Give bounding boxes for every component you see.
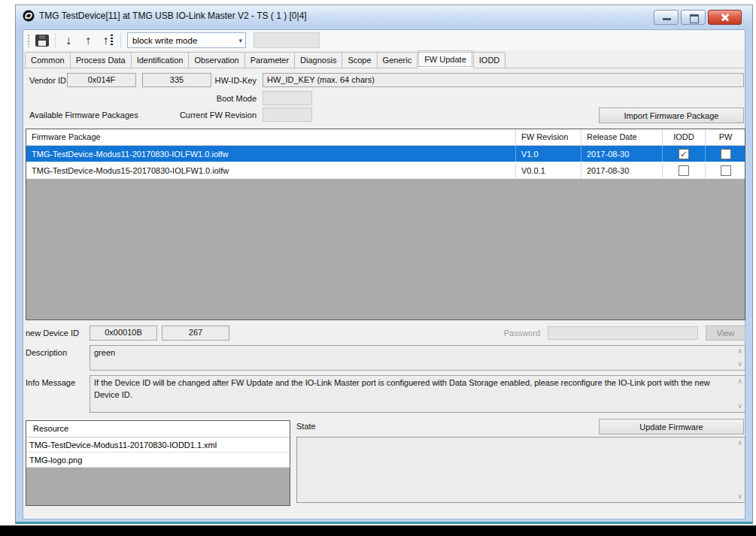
client-area: ↓ ↑ ↑ block write mode ▾ Common <box>23 29 745 519</box>
description-label: Description <box>26 348 67 357</box>
tab-diagnosis[interactable]: Diagnosis <box>294 52 342 68</box>
resource-row[interactable]: TMG-TestDevice-Modus11-20170830-IODD1.1.… <box>26 438 290 453</box>
column-header-release-date[interactable]: Release Date <box>581 129 662 145</box>
tab-common[interactable]: Common <box>25 52 71 68</box>
tab-scope[interactable]: Scope <box>342 52 377 68</box>
download-to-device-button[interactable]: ↓ <box>59 32 78 50</box>
fw-revision-cell: V0.0.1 <box>515 162 581 178</box>
column-header-firmware-package[interactable]: Firmware Package <box>26 129 515 145</box>
iodd-checkbox[interactable]: ✓ <box>679 149 689 159</box>
firmware-package-table: Firmware Package FW Revision Release Dat… <box>26 129 745 320</box>
desktop-background: TMG TestDevice[11] at TMG USB IO-Link Ma… <box>0 0 756 536</box>
upload-from-device-button[interactable]: ↑ <box>78 32 98 50</box>
vendor-id-label: Vendor ID <box>29 76 66 85</box>
vendor-id-hex-field[interactable]: 0x014F <box>67 73 136 87</box>
minimize-button[interactable] <box>654 10 679 25</box>
pw-checkbox[interactable] <box>721 165 731 176</box>
firmware-table-header: Firmware Package FW Revision Release Dat… <box>26 129 745 146</box>
window-controls <box>654 10 742 25</box>
boot-mode-label: Boot Mode <box>159 94 257 103</box>
import-firmware-package-button[interactable]: Import Firmware Package <box>599 108 744 123</box>
firmware-table-row[interactable]: TMG-TestDevice-Modus15-20170830-IOLFW1.0… <box>26 162 745 179</box>
save-button[interactable] <box>32 32 52 50</box>
resource-table: Resource TMG-TestDevice-Modus11-20170830… <box>26 420 290 506</box>
hw-id-key-field[interactable]: HW_ID_KEY (max. 64 chars) <box>263 73 744 87</box>
view-password-button: View <box>706 326 745 341</box>
release-date-cell: 2017-08-30 <box>581 146 662 162</box>
write-mode-value: block write mode <box>132 36 197 45</box>
write-mode-select[interactable]: block write mode ▾ <box>127 32 246 48</box>
release-date-cell: 2017-08-30 <box>581 162 662 178</box>
available-packages-label: Available Firmware Packages <box>29 111 138 120</box>
firmware-table-row[interactable]: TMG-TestDevice-Modus11-20170830-IOLFW1.0… <box>26 146 745 162</box>
fw-package-cell: TMG-TestDevice-Modus15-20170830-IOLFW1.0… <box>26 162 515 178</box>
scroll-up-icon[interactable]: ∧ <box>737 440 742 447</box>
boot-mode-field <box>263 91 312 105</box>
state-output-box[interactable]: ∧ ∨ <box>296 437 745 503</box>
column-header-iodd[interactable]: IODD <box>662 129 705 145</box>
window-title: TMG TestDevice[11] at TMG USB IO-Link Ma… <box>39 11 307 21</box>
toolbar-aux-box[interactable] <box>254 32 320 48</box>
info-message-text: If the Device ID will be changed after F… <box>94 378 710 399</box>
current-fw-revision-field <box>263 108 312 122</box>
hw-id-key-label: HW-ID-Key <box>159 76 257 85</box>
info-message-textarea[interactable]: If the Device ID will be changed after F… <box>90 375 745 413</box>
upload-all-button[interactable]: ↑ <box>98 32 117 50</box>
scroll-down-icon[interactable]: ∨ <box>737 403 742 410</box>
tab-strip: Common Process Data Identification Obser… <box>23 51 745 68</box>
scroll-down-icon[interactable]: ∨ <box>737 361 742 368</box>
fw-revision-cell: V1.0 <box>515 146 581 162</box>
app-logo-icon <box>23 10 35 22</box>
arrow-down-icon: ↓ <box>65 35 71 47</box>
fw-package-cell: TMG-TestDevice-Modus11-20170830-IOLFW1.0… <box>26 146 515 162</box>
toolbar: ↓ ↑ ↑ block write mode ▾ <box>23 30 745 50</box>
scroll-up-icon[interactable]: ∧ <box>737 378 742 385</box>
dotted-bar-icon <box>111 35 113 46</box>
info-message-label: Info Message <box>26 378 75 387</box>
toolbar-separator <box>120 33 121 48</box>
new-device-id-dec-field[interactable]: 267 <box>162 326 229 341</box>
password-label: Password <box>465 329 540 338</box>
new-device-id-hex-field[interactable]: 0x00010B <box>90 326 157 341</box>
screen-edge-bar <box>0 525 756 536</box>
arrow-up-icon: ↑ <box>85 35 91 47</box>
column-header-pw[interactable]: PW <box>705 129 745 145</box>
description-text: green <box>94 348 115 357</box>
pw-checkbox[interactable] <box>721 149 731 159</box>
tab-iodd[interactable]: IODD <box>473 52 506 68</box>
description-textarea[interactable]: green ∧ ∨ <box>90 345 745 371</box>
tab-parameter[interactable]: Parameter <box>244 52 295 68</box>
tab-process-data[interactable]: Process Data <box>70 52 132 68</box>
save-icon <box>35 35 49 47</box>
scroll-up-icon[interactable]: ∧ <box>737 348 742 355</box>
toolbar-separator <box>55 33 56 48</box>
app-window: TMG TestDevice[11] at TMG USB IO-Link Ma… <box>15 5 753 524</box>
tab-generic[interactable]: Generic <box>377 52 418 68</box>
title-bar[interactable]: TMG TestDevice[11] at TMG USB IO-Link Ma… <box>16 5 752 26</box>
chevron-down-icon: ▾ <box>238 37 242 44</box>
current-fw-revision-label: Current FW Revision <box>159 111 257 120</box>
maximize-button[interactable] <box>681 10 706 25</box>
column-header-fw-revision[interactable]: FW Revision <box>515 129 581 145</box>
password-field <box>548 326 698 340</box>
state-label: State <box>296 422 316 431</box>
resource-row[interactable]: TMG-logo.png <box>26 453 290 468</box>
toolbar-grip-handle[interactable] <box>27 34 30 47</box>
tab-identification[interactable]: Identification <box>131 52 190 68</box>
tab-observation[interactable]: Observation <box>188 52 244 68</box>
tab-fw-update[interactable]: FW Update <box>417 50 474 68</box>
close-button[interactable] <box>708 10 742 25</box>
update-firmware-button[interactable]: Update Firmware <box>599 419 744 435</box>
resource-column-header[interactable]: Resource <box>26 421 290 438</box>
scroll-down-icon[interactable]: ∨ <box>737 493 742 500</box>
arrow-up-all-icon: ↑ <box>103 35 109 47</box>
iodd-checkbox[interactable] <box>679 165 689 176</box>
new-device-id-label: new Device ID <box>26 329 79 338</box>
